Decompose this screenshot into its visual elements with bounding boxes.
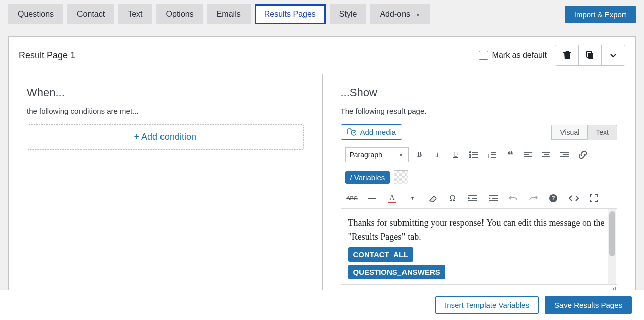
- add-condition-button[interactable]: + Add condition: [27, 124, 304, 150]
- redo-button[interactable]: [526, 191, 540, 205]
- card-action-group: [555, 45, 625, 66]
- link-button[interactable]: [576, 148, 590, 162]
- align-left-icon: [524, 151, 532, 158]
- editor-toolbar: Paragraph ▼ B I U 123 ❝: [341, 144, 617, 209]
- outdent-button[interactable]: [466, 191, 480, 205]
- format-select[interactable]: Paragraph ▼: [345, 147, 409, 162]
- tab-addons[interactable]: Add-ons ▼: [370, 4, 430, 24]
- editor-text: Thanks for submitting your response! You…: [348, 218, 605, 242]
- result-page-card: Result Page 1 Mark as default When... th…: [8, 36, 636, 304]
- show-heading: ...Show: [341, 86, 618, 99]
- add-media-label: Add media: [360, 128, 396, 136]
- quote-icon: ❝: [507, 152, 513, 158]
- caret-down-icon: ▼: [415, 12, 420, 18]
- fullscreen-button[interactable]: [587, 191, 601, 205]
- clear-formatting-button[interactable]: [426, 191, 440, 205]
- align-right-button[interactable]: [557, 148, 572, 162]
- code-button[interactable]: [567, 191, 581, 205]
- scrollbar-thumb[interactable]: [609, 211, 615, 256]
- indent-button[interactable]: [486, 191, 500, 205]
- svg-point-3: [469, 152, 470, 153]
- import-export-button[interactable]: Import & Export: [565, 6, 636, 23]
- italic-button[interactable]: I: [431, 148, 445, 162]
- card-header: Result Page 1 Mark as default: [9, 37, 635, 74]
- tab-addons-label: Add-ons: [380, 10, 410, 18]
- delete-button[interactable]: [555, 45, 579, 65]
- svg-point-5: [469, 154, 470, 155]
- numbered-list-icon: 123: [488, 151, 497, 159]
- strike-icon: ABC: [346, 195, 358, 201]
- undo-button[interactable]: [506, 191, 520, 205]
- text-color-menu-button[interactable]: ▼: [406, 191, 420, 205]
- text-color-icon: A: [388, 194, 395, 203]
- svg-marker-32: [489, 197, 491, 199]
- variable-token-questions[interactable]: QUESTIONS_ANSWERS: [348, 265, 445, 279]
- tab-contact[interactable]: Contact: [67, 4, 114, 24]
- omega-icon: Ω: [449, 193, 456, 203]
- indent-icon: [489, 195, 498, 202]
- mark-default-label[interactable]: Mark as default: [479, 51, 547, 60]
- svg-text:?: ?: [551, 195, 555, 202]
- tab-questions[interactable]: Questions: [8, 4, 63, 24]
- when-heading: When...: [27, 86, 304, 99]
- tab-style[interactable]: Style: [330, 4, 367, 24]
- link-icon: [578, 150, 587, 159]
- bullet-list-button[interactable]: [467, 148, 481, 162]
- undo-icon: [509, 194, 518, 202]
- strikethrough-button[interactable]: ABC: [345, 191, 359, 205]
- eraser-icon: [428, 194, 437, 202]
- redo-icon: [529, 194, 538, 202]
- outdent-icon: [468, 195, 477, 202]
- format-select-value: Paragraph: [350, 151, 382, 159]
- editor-scrollbar[interactable]: [608, 209, 616, 284]
- editor-tab-text[interactable]: Text: [587, 125, 617, 140]
- editor-tabs: Visual Text: [551, 125, 617, 140]
- align-left-button[interactable]: [521, 148, 535, 162]
- save-results-pages-button[interactable]: Save Results Pages: [545, 296, 632, 314]
- caret-down-icon: ▼: [410, 196, 415, 201]
- copy-icon: [586, 51, 594, 60]
- editor-textarea[interactable]: Thanks for submitting your response! You…: [341, 209, 617, 284]
- media-icon: [347, 128, 356, 136]
- trash-icon: [563, 51, 571, 60]
- duplicate-button[interactable]: [579, 45, 602, 65]
- mark-default-text: Mark as default: [492, 51, 547, 60]
- tab-text[interactable]: Text: [118, 4, 152, 24]
- insert-template-variables-button[interactable]: Insert Template Variables: [435, 296, 539, 314]
- hr-button[interactable]: [365, 191, 379, 205]
- bold-button[interactable]: B: [413, 148, 427, 162]
- collapse-button[interactable]: [602, 45, 625, 65]
- editor-tab-visual[interactable]: Visual: [551, 125, 587, 140]
- help-button[interactable]: ?: [546, 191, 560, 205]
- svg-marker-28: [468, 197, 470, 199]
- code-icon: [569, 195, 579, 202]
- card-title: Result Page 1: [19, 50, 75, 61]
- variable-token-contact[interactable]: CONTACT_ALL: [348, 247, 414, 262]
- show-subtext: The following result page.: [341, 106, 618, 115]
- align-center-icon: [542, 151, 550, 158]
- tab-results-pages[interactable]: Results Pages: [255, 4, 326, 24]
- tab-options[interactable]: Options: [156, 4, 203, 24]
- mark-default-checkbox[interactable]: [479, 51, 488, 60]
- editor: Paragraph ▼ B I U 123 ❝: [341, 144, 618, 292]
- text-color-button[interactable]: A: [385, 191, 399, 205]
- bullet-list-icon: [469, 151, 478, 159]
- tab-emails[interactable]: Emails: [207, 4, 251, 24]
- show-column: ...Show The following result page. Add m…: [323, 74, 636, 304]
- blockquote-button[interactable]: ❝: [503, 148, 517, 162]
- align-right-icon: [560, 151, 569, 158]
- variables-button[interactable]: / Variables: [345, 171, 390, 184]
- when-column: When... the following conditions are met…: [9, 74, 323, 304]
- add-media-button[interactable]: Add media: [341, 124, 403, 140]
- underline-button[interactable]: U: [449, 148, 463, 162]
- svg-rect-0: [588, 53, 593, 59]
- footer: Insert Template Variables Save Results P…: [0, 290, 644, 320]
- special-char-button[interactable]: Ω: [446, 191, 460, 205]
- hr-icon: [368, 198, 376, 199]
- color-swatch[interactable]: [394, 170, 408, 184]
- svg-text:3: 3: [488, 156, 489, 159]
- svg-point-7: [469, 157, 470, 158]
- numbered-list-button[interactable]: 123: [485, 148, 499, 162]
- fullscreen-icon: [590, 194, 598, 202]
- align-center-button[interactable]: [539, 148, 553, 162]
